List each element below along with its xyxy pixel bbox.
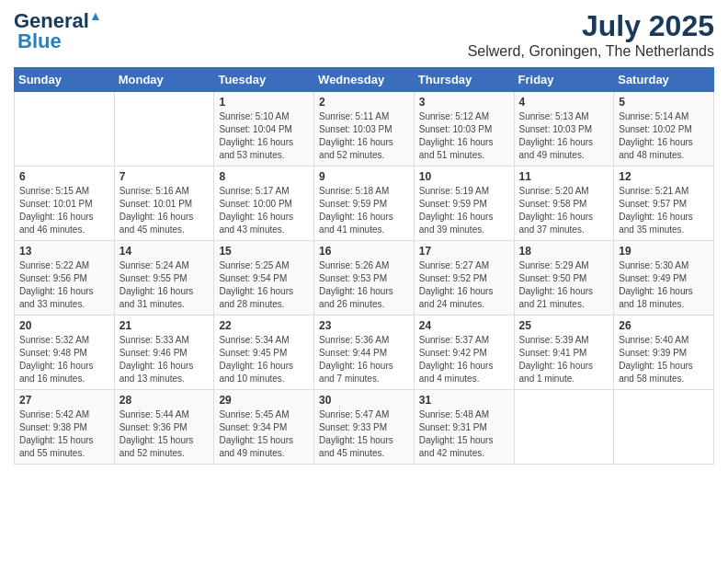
- day-info: Sunrise: 5:13 AM Sunset: 10:03 PM Daylig…: [519, 110, 609, 162]
- calendar-cell: 26Sunrise: 5:40 AM Sunset: 9:39 PM Dayli…: [614, 316, 714, 390]
- day-info: Sunrise: 5:39 AM Sunset: 9:41 PM Dayligh…: [519, 334, 609, 385]
- day-number: 5: [619, 96, 709, 109]
- day-info: Sunrise: 5:22 AM Sunset: 9:56 PM Dayligh…: [19, 259, 109, 311]
- day-number: 19: [619, 245, 709, 258]
- day-info: Sunrise: 5:37 AM Sunset: 9:42 PM Dayligh…: [419, 334, 509, 385]
- logo: General▲ Blue: [14, 9, 102, 53]
- calendar-cell: 16Sunrise: 5:26 AM Sunset: 9:53 PM Dayli…: [314, 241, 415, 316]
- day-number: 12: [619, 170, 709, 183]
- day-number: 15: [219, 245, 309, 258]
- calendar-cell: 9Sunrise: 5:18 AM Sunset: 9:59 PM Daylig…: [314, 167, 415, 241]
- day-info: Sunrise: 5:12 AM Sunset: 10:03 PM Daylig…: [419, 110, 509, 162]
- main-title: July 2025: [468, 9, 714, 43]
- day-number: 8: [219, 170, 309, 183]
- day-number: 16: [319, 245, 409, 258]
- day-info: Sunrise: 5:21 AM Sunset: 9:57 PM Dayligh…: [619, 185, 709, 236]
- calendar-cell: 12Sunrise: 5:21 AM Sunset: 9:57 PM Dayli…: [614, 167, 714, 241]
- col-tuesday: Tuesday: [214, 68, 314, 92]
- calendar-cell: 11Sunrise: 5:20 AM Sunset: 9:58 PM Dayli…: [514, 167, 614, 241]
- calendar-week-3: 13Sunrise: 5:22 AM Sunset: 9:56 PM Dayli…: [15, 241, 714, 316]
- day-info: Sunrise: 5:33 AM Sunset: 9:46 PM Dayligh…: [119, 334, 210, 385]
- calendar-cell: [114, 92, 214, 167]
- col-friday: Friday: [514, 68, 614, 92]
- day-number: 24: [419, 319, 509, 332]
- day-number: 20: [19, 319, 109, 332]
- day-number: 14: [119, 245, 210, 258]
- col-thursday: Thursday: [414, 68, 514, 92]
- day-number: 26: [619, 319, 709, 332]
- day-info: Sunrise: 5:18 AM Sunset: 9:59 PM Dayligh…: [319, 185, 409, 236]
- col-wednesday: Wednesday: [314, 68, 415, 92]
- day-info: Sunrise: 5:27 AM Sunset: 9:52 PM Dayligh…: [419, 259, 509, 311]
- day-number: 28: [119, 394, 210, 407]
- day-info: Sunrise: 5:20 AM Sunset: 9:58 PM Dayligh…: [519, 185, 609, 236]
- calendar-cell: 17Sunrise: 5:27 AM Sunset: 9:52 PM Dayli…: [414, 241, 514, 316]
- day-number: 4: [519, 96, 609, 109]
- day-info: Sunrise: 5:24 AM Sunset: 9:55 PM Dayligh…: [119, 259, 210, 311]
- calendar-cell: 8Sunrise: 5:17 AM Sunset: 10:00 PM Dayli…: [214, 167, 314, 241]
- day-info: Sunrise: 5:40 AM Sunset: 9:39 PM Dayligh…: [619, 334, 709, 385]
- subtitle: Selwerd, Groningen, The Netherlands: [468, 43, 714, 60]
- day-number: 9: [319, 170, 409, 183]
- day-number: 22: [219, 319, 309, 332]
- day-number: 27: [19, 394, 109, 407]
- calendar-cell: 1Sunrise: 5:10 AM Sunset: 10:04 PM Dayli…: [214, 92, 314, 167]
- calendar-cell: 13Sunrise: 5:22 AM Sunset: 9:56 PM Dayli…: [15, 241, 115, 316]
- day-number: 30: [319, 394, 409, 407]
- day-info: Sunrise: 5:26 AM Sunset: 9:53 PM Dayligh…: [319, 259, 409, 311]
- day-info: Sunrise: 5:34 AM Sunset: 9:45 PM Dayligh…: [219, 334, 309, 385]
- calendar-week-4: 20Sunrise: 5:32 AM Sunset: 9:48 PM Dayli…: [15, 316, 714, 390]
- col-sunday: Sunday: [15, 68, 115, 92]
- calendar-header-row: Sunday Monday Tuesday Wednesday Thursday…: [15, 68, 714, 92]
- calendar-cell: [15, 92, 115, 167]
- day-number: 25: [519, 319, 609, 332]
- day-info: Sunrise: 5:30 AM Sunset: 9:49 PM Dayligh…: [619, 259, 709, 311]
- calendar-cell: 3Sunrise: 5:12 AM Sunset: 10:03 PM Dayli…: [414, 92, 514, 167]
- day-number: 1: [219, 96, 309, 109]
- day-info: Sunrise: 5:15 AM Sunset: 10:01 PM Daylig…: [19, 185, 109, 236]
- calendar-cell: 2Sunrise: 5:11 AM Sunset: 10:03 PM Dayli…: [314, 92, 415, 167]
- calendar-cell: 14Sunrise: 5:24 AM Sunset: 9:55 PM Dayli…: [114, 241, 214, 316]
- day-number: 7: [119, 170, 210, 183]
- calendar-week-1: 1Sunrise: 5:10 AM Sunset: 10:04 PM Dayli…: [15, 92, 714, 167]
- calendar-cell: 29Sunrise: 5:45 AM Sunset: 9:34 PM Dayli…: [214, 390, 314, 465]
- calendar-cell: 28Sunrise: 5:44 AM Sunset: 9:36 PM Dayli…: [114, 390, 214, 465]
- header: General▲ Blue July 2025 Selwerd, Groning…: [14, 9, 714, 60]
- day-info: Sunrise: 5:14 AM Sunset: 10:02 PM Daylig…: [619, 110, 709, 162]
- day-number: 18: [519, 245, 609, 258]
- day-info: Sunrise: 5:48 AM Sunset: 9:31 PM Dayligh…: [419, 408, 509, 460]
- calendar-cell: 25Sunrise: 5:39 AM Sunset: 9:41 PM Dayli…: [514, 316, 614, 390]
- day-info: Sunrise: 5:16 AM Sunset: 10:01 PM Daylig…: [119, 185, 210, 236]
- calendar-cell: 6Sunrise: 5:15 AM Sunset: 10:01 PM Dayli…: [15, 167, 115, 241]
- title-block: July 2025 Selwerd, Groningen, The Nether…: [468, 9, 714, 60]
- day-info: Sunrise: 5:47 AM Sunset: 9:33 PM Dayligh…: [319, 408, 409, 460]
- calendar-cell: 15Sunrise: 5:25 AM Sunset: 9:54 PM Dayli…: [214, 241, 314, 316]
- day-number: 3: [419, 96, 509, 109]
- calendar-cell: 5Sunrise: 5:14 AM Sunset: 10:02 PM Dayli…: [614, 92, 714, 167]
- calendar-cell: 23Sunrise: 5:36 AM Sunset: 9:44 PM Dayli…: [314, 316, 415, 390]
- calendar-cell: 22Sunrise: 5:34 AM Sunset: 9:45 PM Dayli…: [214, 316, 314, 390]
- day-number: 21: [119, 319, 210, 332]
- day-number: 17: [419, 245, 509, 258]
- day-number: 13: [19, 245, 109, 258]
- col-monday: Monday: [114, 68, 214, 92]
- calendar-cell: 24Sunrise: 5:37 AM Sunset: 9:42 PM Dayli…: [414, 316, 514, 390]
- day-info: Sunrise: 5:44 AM Sunset: 9:36 PM Dayligh…: [119, 408, 210, 460]
- day-info: Sunrise: 5:42 AM Sunset: 9:38 PM Dayligh…: [19, 408, 109, 460]
- day-number: 10: [419, 170, 509, 183]
- day-number: 11: [519, 170, 609, 183]
- day-info: Sunrise: 5:17 AM Sunset: 10:00 PM Daylig…: [219, 185, 309, 236]
- page: General▲ Blue July 2025 Selwerd, Groning…: [0, 0, 728, 474]
- logo-blue: Blue: [17, 29, 62, 52]
- day-number: 2: [319, 96, 409, 109]
- calendar-cell: 30Sunrise: 5:47 AM Sunset: 9:33 PM Dayli…: [314, 390, 415, 465]
- day-info: Sunrise: 5:32 AM Sunset: 9:48 PM Dayligh…: [19, 334, 109, 385]
- day-info: Sunrise: 5:29 AM Sunset: 9:50 PM Dayligh…: [519, 259, 609, 311]
- col-saturday: Saturday: [614, 68, 714, 92]
- day-info: Sunrise: 5:11 AM Sunset: 10:03 PM Daylig…: [319, 110, 409, 162]
- calendar-cell: [514, 390, 614, 465]
- calendar-week-2: 6Sunrise: 5:15 AM Sunset: 10:01 PM Dayli…: [15, 167, 714, 241]
- day-info: Sunrise: 5:10 AM Sunset: 10:04 PM Daylig…: [219, 110, 309, 162]
- calendar-cell: 31Sunrise: 5:48 AM Sunset: 9:31 PM Dayli…: [414, 390, 514, 465]
- day-info: Sunrise: 5:36 AM Sunset: 9:44 PM Dayligh…: [319, 334, 409, 385]
